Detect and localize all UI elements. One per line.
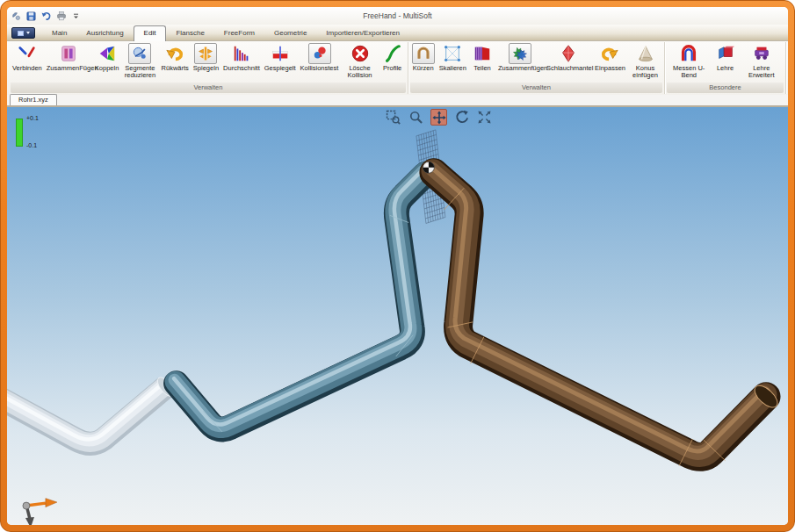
- ribbon-group-verwalten-2: Kürzen Skalieren Teilen Zusammenfügen Sc…: [408, 42, 665, 94]
- zusammenfuegen2-button[interactable]: Zusammenfügen: [496, 43, 544, 72]
- viewport-3d[interactable]: +0.1 -0.1: [7, 107, 788, 525]
- gauge-extended-icon: [750, 43, 773, 64]
- messen-ubend-button[interactable]: Messen U-Bend: [667, 43, 712, 80]
- tab-edit[interactable]: Edit: [134, 25, 167, 41]
- lehre-button[interactable]: Lehre: [712, 43, 739, 72]
- app-window-inner: FreeHand - MultiSoft Main Ausrichtung Ed…: [7, 7, 788, 525]
- window-title: FreeHand - MultiSoft: [7, 11, 788, 20]
- legend-max-value: +0.1: [26, 115, 39, 121]
- join-icon: [509, 43, 531, 64]
- more-commands-icon[interactable]: [70, 11, 82, 22]
- scene-canvas[interactable]: [7, 107, 788, 525]
- group-label-besondere: Besondere: [667, 83, 784, 93]
- ribbon: Verbinden ZusammenFügen Koppeln Segmente…: [7, 40, 788, 95]
- konus-einfuegen-button[interactable]: Konus einfügen: [628, 43, 662, 80]
- zoom-window-icon[interactable]: [385, 109, 401, 126]
- document-tab-bar: Rohr1.xyz: [7, 95, 788, 107]
- teilen-button[interactable]: Teilen: [469, 43, 495, 72]
- koppeln-button[interactable]: Koppeln: [93, 43, 121, 72]
- deviation-legend: +0.1 -0.1: [16, 115, 39, 148]
- hose-jacket-icon: [557, 43, 580, 64]
- kuerzen-button[interactable]: Kürzen: [410, 43, 437, 72]
- fit-view-icon[interactable]: [476, 109, 493, 126]
- axis-origin-joint: [23, 502, 30, 509]
- app-icon[interactable]: [11, 11, 22, 22]
- measure-ubend-icon: [677, 43, 700, 64]
- undo-icon[interactable]: [40, 11, 52, 22]
- durchschnitt-button[interactable]: Durchschnitt: [221, 43, 262, 72]
- viewport-nav-toolbar: [385, 109, 493, 126]
- verbinden-button[interactable]: Verbinden: [11, 43, 44, 72]
- skalieren-button[interactable]: Skalieren: [437, 43, 468, 72]
- tab-geometrie[interactable]: Geometrie: [264, 26, 316, 40]
- app-window: FreeHand - MultiSoft Main Ausrichtung Ed…: [0, 0, 795, 532]
- einpassen-button[interactable]: Einpassen: [593, 43, 627, 72]
- profiles-icon: [381, 43, 404, 64]
- zusammenfuegen-button[interactable]: ZusammenFügen: [45, 43, 92, 72]
- reduce-segments-icon: [128, 43, 151, 64]
- ribbon-group-besondere: Messen U-Bend Lehre Lehre Erweitert Beso…: [665, 42, 786, 94]
- tab-ausrichtung[interactable]: Ausrichtung: [76, 26, 133, 40]
- tab-freeform[interactable]: FreeForm: [214, 26, 264, 40]
- gauge-icon: [714, 43, 737, 64]
- title-bar: FreeHand - MultiSoft: [7, 7, 788, 25]
- zoom-icon[interactable]: [408, 109, 424, 126]
- connect-icon: [16, 43, 39, 64]
- scene-background: [7, 107, 788, 525]
- save-icon[interactable]: [25, 11, 37, 22]
- ribbon-group-verwalten-1: Verbinden ZusammenFügen Koppeln Segmente…: [9, 42, 408, 94]
- ribbon-tab-row: Main Ausrichtung Edit Flansche FreeForm …: [7, 25, 788, 40]
- application-menu-button[interactable]: [11, 27, 35, 39]
- collision-test-icon: [308, 43, 331, 64]
- quick-access-toolbar: [11, 11, 82, 22]
- split-icon: [471, 43, 494, 64]
- document-tab-rohr1[interactable]: Rohr1.xyz: [10, 94, 57, 105]
- loesche-kollision-button[interactable]: Lösche Kollision: [341, 43, 378, 80]
- legend-color-bar: [16, 119, 23, 147]
- rueckwaerts-button[interactable]: Rükwärts: [160, 43, 191, 72]
- lehre-erweitert-button[interactable]: Lehre Erweitert: [740, 43, 784, 80]
- group-label-verwalten-2: Verwalten: [410, 83, 662, 93]
- fit-in-icon: [598, 43, 621, 64]
- print-icon[interactable]: [55, 11, 67, 22]
- rotate-icon[interactable]: [453, 109, 470, 126]
- kollisionstest-button[interactable]: Kollisionstest: [299, 43, 341, 72]
- legend-min-value: -0.1: [26, 142, 39, 148]
- backwards-icon: [163, 43, 186, 64]
- tab-importieren-exportieren[interactable]: Importieren/Exportieren: [316, 26, 409, 40]
- mirror-icon: [194, 43, 217, 64]
- delete-collision-icon: [349, 43, 372, 64]
- average-icon: [230, 43, 253, 64]
- pan-icon[interactable]: [430, 109, 447, 126]
- gespiegelt-button[interactable]: Gespiegelt: [263, 43, 298, 72]
- group-label-verwalten-1: Verwalten: [11, 83, 406, 93]
- merge-icon: [57, 43, 80, 64]
- chevron-down-icon: [26, 32, 30, 34]
- mirrored-icon: [269, 43, 292, 64]
- couple-icon: [96, 43, 119, 64]
- spiegeln-button[interactable]: Spiegeln: [192, 43, 220, 72]
- schlauchmantel-button[interactable]: Schlauchmantel: [545, 43, 592, 72]
- scale-icon: [441, 43, 464, 64]
- tab-main[interactable]: Main: [42, 26, 76, 40]
- shorten-icon: [412, 43, 435, 64]
- segmente-reduzieren-button[interactable]: Segmente reduzieren: [121, 43, 158, 80]
- tab-flansche[interactable]: Flansche: [166, 26, 213, 40]
- profile-button[interactable]: Profile: [379, 43, 406, 72]
- application-menu-icon: [18, 31, 24, 36]
- insert-cone-icon: [634, 43, 657, 64]
- junction-sphere-marker[interactable]: [423, 162, 434, 173]
